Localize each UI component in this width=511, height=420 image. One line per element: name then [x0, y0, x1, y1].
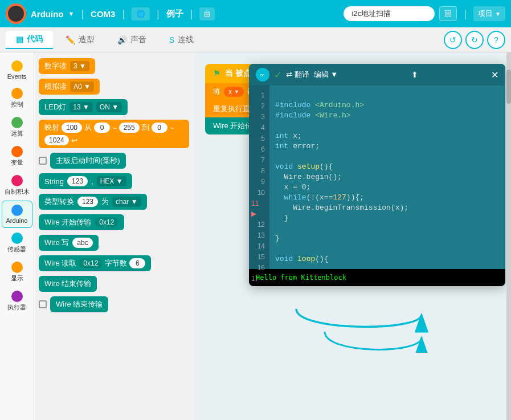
upload-button[interactable]: ⬆	[411, 70, 418, 79]
x-dropdown[interactable]: x ▼	[224, 87, 244, 97]
project-button[interactable]: 项目 ▼	[473, 6, 505, 21]
plugin-icon: ⊞	[204, 10, 210, 18]
code-line-6: int error;	[275, 141, 500, 152]
workspace-scrollbar[interactable]	[506, 52, 511, 420]
wire-end1-block[interactable]: Wire 结束传输	[39, 276, 97, 292]
wire-read-bytes-label: 字节数	[105, 258, 127, 268]
wire-end2-row: Wire 结束传输	[39, 296, 189, 312]
ops-label: 运算	[11, 129, 23, 138]
wire-read-count[interactable]: 6	[129, 258, 145, 268]
tab-code[interactable]: ▤ 代码	[6, 31, 53, 49]
help-button[interactable]: ?	[487, 31, 505, 49]
divider4: |	[190, 8, 193, 20]
cast-value[interactable]: 123	[77, 197, 98, 207]
string-format[interactable]: HEX ▼	[97, 176, 126, 186]
wire-write-value[interactable]: abc	[72, 238, 92, 248]
line-7: 7	[261, 155, 267, 165]
map-block[interactable]: 映射 100 从 0 ~ 255 到 0 ~ 1024 ↩	[39, 120, 189, 148]
led-state[interactable]: ON ▼	[96, 102, 122, 112]
code-line-8: void setup(){	[275, 162, 500, 172]
led-pin[interactable]: 13 ▼	[70, 102, 93, 112]
translate-button[interactable]: ⇄ 翻译	[286, 70, 309, 80]
divider1: |	[81, 8, 84, 20]
blue-arrow	[285, 297, 433, 345]
code-terminal: Hello from Kittenblock	[249, 269, 505, 286]
string-value[interactable]: 123	[67, 176, 88, 186]
category-actuator[interactable]: 执行器	[2, 287, 32, 315]
wire-start-block[interactable]: Wire 开始传输 0x12	[39, 214, 124, 230]
display-dot	[11, 262, 23, 273]
scrollbar-thumb[interactable]	[506, 70, 511, 104]
map-to1[interactable]: 255	[119, 123, 140, 133]
tab-sound[interactable]: 🔊 声音	[107, 31, 157, 48]
wire-read-label: Wire 读取	[44, 258, 76, 268]
category-display[interactable]: 显示	[2, 258, 32, 286]
control-label: 控制	[11, 100, 23, 109]
close-button[interactable]: ✕	[491, 70, 498, 80]
wire-end2-checkbox[interactable]	[39, 300, 47, 308]
events-label: Events	[7, 73, 27, 80]
led-block[interactable]: LED灯 13 ▼ ON ▼	[39, 99, 128, 115]
analog-read-pin[interactable]: A0 ▼	[70, 81, 94, 92]
map-to2[interactable]: 0	[152, 123, 167, 133]
map-tilde1: ~	[112, 124, 117, 132]
dropdown-arrow-icon: ▼	[68, 10, 75, 17]
wire-read-block[interactable]: Wire 读取 0x12 字节数 6	[39, 255, 151, 271]
line-16: 16	[257, 263, 267, 273]
map-val[interactable]: 100	[62, 123, 82, 133]
wire-end1-label: Wire 结束传输	[44, 279, 91, 289]
map-to3[interactable]: 1024	[44, 135, 69, 145]
line-11: 11 ▶	[251, 198, 267, 219]
map-from-val[interactable]: 0	[94, 123, 110, 133]
plugin-button[interactable]: ⊞	[199, 7, 215, 21]
edit-label: 编辑	[314, 70, 329, 79]
category-control[interactable]: 控制	[2, 84, 32, 112]
line-6: 6	[261, 144, 267, 154]
line-1: 1	[261, 90, 267, 100]
wire-read-addr[interactable]: 0x12	[79, 258, 103, 268]
wire-start-addr[interactable]: 0x12	[95, 217, 118, 227]
save-button[interactable]: 固	[439, 6, 457, 21]
category-arduino[interactable]: Arduino	[2, 201, 32, 228]
cast-block[interactable]: 类型转换 123 为 char ▼	[39, 194, 147, 210]
category-custom[interactable]: 自制积木	[2, 172, 32, 199]
category-ops[interactable]: 运算	[2, 113, 32, 141]
tab-wire[interactable]: S 连线	[159, 31, 204, 48]
category-vars[interactable]: 变量	[2, 142, 32, 170]
string-block[interactable]: String 123 , HEX ▼	[39, 173, 132, 189]
code-line-12: Wire.beginTransmission(x);	[275, 203, 500, 213]
check-icon: ✓	[274, 70, 281, 80]
globe-button[interactable]: 🌐	[132, 7, 150, 21]
boot-time-checkbox[interactable]	[39, 157, 47, 165]
block-panel: 数字读 3 ▼ 模拟读 A0 ▼ LED灯 13 ▼ ON ▼ 映射 100	[34, 52, 194, 420]
digital-read-pin[interactable]: 3 ▼	[70, 61, 89, 71]
cast-type[interactable]: char ▼	[112, 197, 141, 207]
edit-button[interactable]: 编辑 ▼	[314, 70, 338, 80]
code-line-10: x = 0;	[275, 182, 500, 193]
analog-read-block[interactable]: 模拟读 A0 ▼	[39, 79, 100, 95]
wire-end2-block[interactable]: Wire 结束传输	[50, 296, 108, 312]
analog-read-label: 模拟读	[44, 81, 67, 92]
boot-time-block[interactable]: 主板启动时间(毫秒)	[50, 153, 126, 169]
examples-label: 例子	[166, 9, 183, 19]
code-line-4	[275, 121, 500, 131]
project-label: 项目	[478, 9, 493, 19]
redo-button[interactable]: ↻	[465, 31, 484, 49]
sound-tab-icon: 🔊	[117, 35, 127, 44]
undo-button[interactable]: ↺	[444, 31, 462, 49]
vars-dot	[11, 146, 23, 157]
line-8: 8	[261, 166, 267, 176]
wire-write-block[interactable]: Wire 写 abc	[39, 235, 99, 251]
category-sensor[interactable]: 传感器	[2, 229, 32, 257]
tab-shape[interactable]: ✏️ 造型	[55, 31, 105, 48]
code-content[interactable]: #include <Arduino.h> #include <Wire.h> i…	[269, 85, 505, 269]
line-4: 4	[261, 123, 267, 133]
code-line-2: #include <Arduino.h>	[275, 100, 500, 111]
code-line-14	[275, 223, 500, 234]
code-tab-icon: ▤	[16, 35, 23, 44]
search-bar[interactable]: i2c地址扫描	[344, 6, 435, 21]
line-10: 10	[257, 187, 267, 198]
digital-read-block[interactable]: 数字读 3 ▼	[39, 58, 95, 74]
map-row: 映射 100 从 0 ~ 255 到 0 ~ 1024 ↩	[39, 120, 189, 148]
category-events[interactable]: Events	[2, 57, 32, 83]
